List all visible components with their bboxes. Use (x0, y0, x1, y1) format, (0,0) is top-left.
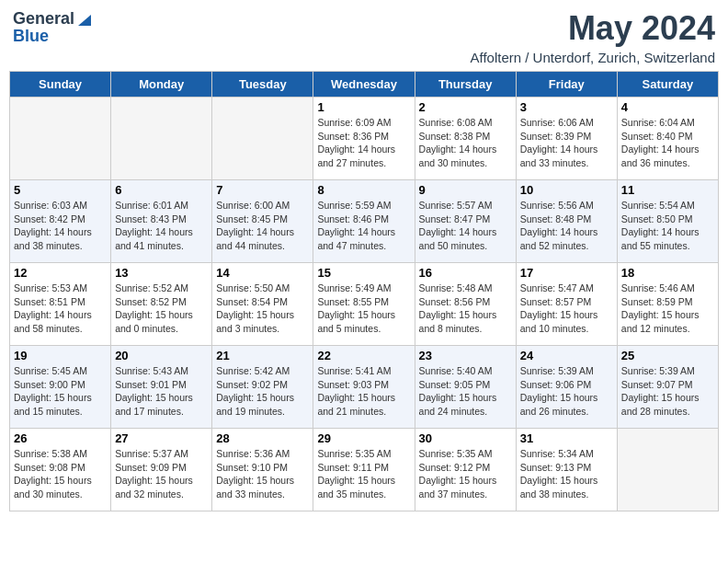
day-number: 3 (520, 100, 613, 114)
day-number: 16 (419, 266, 512, 280)
day-number: 30 (419, 431, 512, 445)
weekday-header-tuesday: Tuesday (212, 72, 313, 98)
logo-general: General (13, 9, 74, 29)
day-cell-3: 3Sunrise: 6:06 AM Sunset: 8:39 PM Daylig… (516, 98, 617, 180)
day-number: 7 (216, 183, 309, 197)
day-cell-27: 27Sunrise: 5:37 AM Sunset: 9:09 PM Dayli… (111, 429, 212, 511)
empty-cell (10, 98, 111, 180)
day-cell-7: 7Sunrise: 6:00 AM Sunset: 8:45 PM Daylig… (212, 180, 313, 263)
day-info: Sunrise: 5:36 AM Sunset: 9:10 PM Dayligh… (216, 447, 309, 501)
day-number: 25 (621, 349, 714, 362)
day-number: 2 (419, 100, 512, 114)
day-number: 27 (115, 431, 208, 445)
day-cell-2: 2Sunrise: 6:08 AM Sunset: 8:38 PM Daylig… (415, 98, 516, 180)
day-number: 5 (14, 183, 107, 197)
day-info: Sunrise: 5:39 AM Sunset: 9:07 PM Dayligh… (621, 364, 714, 419)
logo-blue: Blue (13, 27, 49, 46)
day-number: 1 (317, 100, 410, 114)
day-cell-15: 15Sunrise: 5:49 AM Sunset: 8:55 PM Dayli… (313, 263, 415, 346)
day-cell-14: 14Sunrise: 5:50 AM Sunset: 8:54 PM Dayli… (212, 263, 313, 346)
week-row-2: 5Sunrise: 6:03 AM Sunset: 8:42 PM Daylig… (10, 180, 719, 263)
day-number: 18 (621, 266, 714, 280)
weekday-header-sunday: Sunday (10, 72, 111, 98)
day-info: Sunrise: 5:47 AM Sunset: 8:57 PM Dayligh… (520, 282, 613, 336)
weekday-header-monday: Monday (111, 72, 212, 98)
day-info: Sunrise: 6:03 AM Sunset: 8:42 PM Dayligh… (14, 199, 107, 253)
day-cell-30: 30Sunrise: 5:35 AM Sunset: 9:12 PM Dayli… (415, 429, 516, 511)
day-number: 19 (14, 349, 107, 362)
day-cell-24: 24Sunrise: 5:39 AM Sunset: 9:06 PM Dayli… (516, 346, 617, 429)
weekday-header-row: SundayMondayTuesdayWednesdayThursdayFrid… (10, 72, 719, 98)
day-number: 10 (520, 183, 613, 197)
day-number: 14 (216, 266, 309, 280)
week-row-4: 19Sunrise: 5:45 AM Sunset: 9:00 PM Dayli… (10, 346, 719, 429)
day-info: Sunrise: 5:40 AM Sunset: 9:05 PM Dayligh… (419, 364, 512, 419)
day-number: 22 (317, 349, 410, 362)
day-info: Sunrise: 5:45 AM Sunset: 9:00 PM Dayligh… (14, 364, 107, 419)
day-cell-10: 10Sunrise: 5:56 AM Sunset: 8:48 PM Dayli… (516, 180, 617, 263)
day-cell-5: 5Sunrise: 6:03 AM Sunset: 8:42 PM Daylig… (10, 180, 111, 263)
day-info: Sunrise: 5:50 AM Sunset: 8:54 PM Dayligh… (216, 282, 309, 336)
day-number: 21 (216, 349, 309, 362)
week-row-3: 12Sunrise: 5:53 AM Sunset: 8:51 PM Dayli… (10, 263, 719, 346)
day-number: 9 (419, 183, 512, 197)
logo-triangle-icon (76, 11, 93, 28)
day-number: 26 (14, 431, 107, 445)
day-info: Sunrise: 6:01 AM Sunset: 8:43 PM Dayligh… (115, 199, 208, 253)
day-cell-26: 26Sunrise: 5:38 AM Sunset: 9:08 PM Dayli… (10, 429, 111, 511)
day-cell-8: 8Sunrise: 5:59 AM Sunset: 8:46 PM Daylig… (313, 180, 415, 263)
day-info: Sunrise: 5:54 AM Sunset: 8:50 PM Dayligh… (621, 199, 714, 253)
day-number: 29 (317, 431, 410, 445)
day-cell-23: 23Sunrise: 5:40 AM Sunset: 9:05 PM Dayli… (415, 346, 516, 429)
day-cell-11: 11Sunrise: 5:54 AM Sunset: 8:50 PM Dayli… (617, 180, 718, 263)
day-cell-31: 31Sunrise: 5:34 AM Sunset: 9:13 PM Dayli… (516, 429, 617, 511)
day-number: 13 (115, 266, 208, 280)
weekday-header-wednesday: Wednesday (313, 72, 415, 98)
day-cell-22: 22Sunrise: 5:41 AM Sunset: 9:03 PM Dayli… (313, 346, 415, 429)
day-number: 4 (621, 100, 714, 114)
day-number: 8 (317, 183, 410, 197)
weekday-header-saturday: Saturday (617, 72, 718, 98)
day-number: 23 (419, 349, 512, 362)
day-info: Sunrise: 5:43 AM Sunset: 9:01 PM Dayligh… (115, 364, 208, 419)
day-info: Sunrise: 6:08 AM Sunset: 8:38 PM Dayligh… (419, 116, 512, 170)
week-row-5: 26Sunrise: 5:38 AM Sunset: 9:08 PM Dayli… (10, 429, 719, 511)
weekday-header-friday: Friday (516, 72, 617, 98)
day-cell-20: 20Sunrise: 5:43 AM Sunset: 9:01 PM Dayli… (111, 346, 212, 429)
day-info: Sunrise: 5:57 AM Sunset: 8:47 PM Dayligh… (419, 199, 512, 253)
day-number: 31 (520, 431, 613, 445)
day-info: Sunrise: 5:35 AM Sunset: 9:11 PM Dayligh… (317, 447, 410, 501)
day-info: Sunrise: 5:48 AM Sunset: 8:56 PM Dayligh… (419, 282, 512, 336)
page-header: General Blue May 2024 Affoltern / Unterd… (9, 9, 719, 65)
day-number: 6 (115, 183, 208, 197)
day-number: 15 (317, 266, 410, 280)
day-info: Sunrise: 5:42 AM Sunset: 9:02 PM Dayligh… (216, 364, 309, 419)
day-cell-18: 18Sunrise: 5:46 AM Sunset: 8:59 PM Dayli… (617, 263, 718, 346)
title-block: May 2024 Affoltern / Unterdorf, Zurich, … (471, 9, 716, 65)
day-info: Sunrise: 5:49 AM Sunset: 8:55 PM Dayligh… (317, 282, 410, 336)
day-number: 12 (14, 266, 107, 280)
day-cell-16: 16Sunrise: 5:48 AM Sunset: 8:56 PM Dayli… (415, 263, 516, 346)
day-number: 24 (520, 349, 613, 362)
calendar-table: SundayMondayTuesdayWednesdayThursdayFrid… (9, 71, 719, 511)
day-info: Sunrise: 5:34 AM Sunset: 9:13 PM Dayligh… (520, 447, 613, 501)
day-info: Sunrise: 5:46 AM Sunset: 8:59 PM Dayligh… (621, 282, 714, 336)
day-info: Sunrise: 5:39 AM Sunset: 9:06 PM Dayligh… (520, 364, 613, 419)
empty-cell (212, 98, 313, 180)
day-info: Sunrise: 5:53 AM Sunset: 8:51 PM Dayligh… (14, 282, 107, 336)
title-month: May 2024 (471, 9, 716, 48)
day-cell-12: 12Sunrise: 5:53 AM Sunset: 8:51 PM Dayli… (10, 263, 111, 346)
day-info: Sunrise: 5:52 AM Sunset: 8:52 PM Dayligh… (115, 282, 208, 336)
day-cell-25: 25Sunrise: 5:39 AM Sunset: 9:07 PM Dayli… (617, 346, 718, 429)
day-cell-28: 28Sunrise: 5:36 AM Sunset: 9:10 PM Dayli… (212, 429, 313, 511)
day-info: Sunrise: 6:09 AM Sunset: 8:36 PM Dayligh… (317, 116, 410, 170)
day-cell-9: 9Sunrise: 5:57 AM Sunset: 8:47 PM Daylig… (415, 180, 516, 263)
title-location: Affoltern / Unterdorf, Zurich, Switzerla… (471, 50, 716, 65)
day-cell-1: 1Sunrise: 6:09 AM Sunset: 8:36 PM Daylig… (313, 98, 415, 180)
day-number: 17 (520, 266, 613, 280)
day-info: Sunrise: 5:35 AM Sunset: 9:12 PM Dayligh… (419, 447, 512, 501)
day-cell-29: 29Sunrise: 5:35 AM Sunset: 9:11 PM Dayli… (313, 429, 415, 511)
empty-cell (617, 429, 718, 511)
day-info: Sunrise: 5:41 AM Sunset: 9:03 PM Dayligh… (317, 364, 410, 419)
empty-cell (111, 98, 212, 180)
